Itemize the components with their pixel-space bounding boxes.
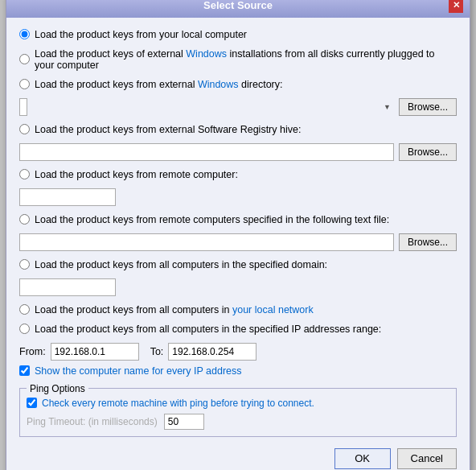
radio-text-file[interactable] bbox=[19, 214, 30, 225]
close-button[interactable]: ✕ bbox=[449, 0, 463, 13]
show-computer-name-label: Show the computer name for every IP addr… bbox=[35, 365, 242, 377]
radio-domain[interactable] bbox=[19, 259, 30, 270]
button-row: OK Cancel bbox=[19, 445, 457, 469]
ip-from-input[interactable] bbox=[51, 343, 139, 361]
radio-registry[interactable] bbox=[19, 124, 30, 134]
label-external-dir: Load the product keys from external Wind… bbox=[35, 79, 283, 90]
cancel-button[interactable]: Cancel bbox=[397, 448, 457, 469]
text-file-input-row: Browse... bbox=[19, 233, 457, 251]
option-ip-range: Load the product keys from all computers… bbox=[19, 324, 457, 335]
ping-timeout-row: Ping Timeout: (in milliseconds) bbox=[27, 414, 449, 430]
option-domain: Load the product keys from all computers… bbox=[19, 259, 457, 270]
radio-external-windows[interactable] bbox=[19, 54, 30, 64]
from-label: From: bbox=[19, 346, 46, 357]
label-ip-range: Load the product keys from all computers… bbox=[35, 324, 381, 335]
to-label: To: bbox=[150, 346, 164, 357]
radio-local-network[interactable] bbox=[19, 304, 30, 315]
label-domain: Load the product keys from all computers… bbox=[35, 259, 327, 270]
radio-ip-range[interactable] bbox=[19, 324, 30, 334]
ping-options-legend: Ping Options bbox=[27, 383, 88, 394]
ping-timeout-input[interactable] bbox=[164, 414, 204, 430]
label-external-windows: Load the product keys of external Window… bbox=[35, 48, 457, 71]
radio-local-computer[interactable] bbox=[19, 29, 30, 39]
label-local-computer: Load the product keys from your local co… bbox=[35, 29, 247, 40]
remote-computer-input-row bbox=[19, 188, 457, 206]
external-dir-dropdown-wrapper bbox=[19, 98, 394, 116]
dialog-content: Load the product keys from your local co… bbox=[6, 18, 470, 471]
dialog-title: Select Source bbox=[27, 0, 449, 11]
dialog: Select Source ✕ Load the product keys fr… bbox=[6, 0, 470, 470]
external-dir-row: Browse... bbox=[19, 98, 457, 116]
browse-registry-button[interactable]: Browse... bbox=[399, 143, 457, 161]
ping-timeout-label: Ping Timeout: (in milliseconds) bbox=[27, 416, 158, 427]
option-text-file: Load the product keys from remote comput… bbox=[19, 214, 457, 225]
label-remote-computer: Load the product keys from remote comput… bbox=[35, 169, 238, 180]
title-bar: Select Source ✕ bbox=[6, 0, 470, 18]
browse-dir-button[interactable]: Browse... bbox=[399, 98, 457, 116]
show-computer-name-row: Show the computer name for every IP addr… bbox=[19, 365, 457, 377]
ping-check-label: Check every remote machine with ping bef… bbox=[42, 398, 314, 409]
option-external-dir: Load the product keys from external Wind… bbox=[19, 79, 457, 90]
external-dir-dropdown[interactable] bbox=[19, 98, 27, 116]
registry-input-row: Browse... bbox=[19, 143, 457, 161]
option-local-computer: Load the product keys from your local co… bbox=[19, 29, 457, 40]
ip-range-row: From: To: bbox=[19, 343, 457, 361]
registry-input[interactable] bbox=[19, 143, 394, 161]
label-text-file: Load the product keys from remote comput… bbox=[35, 214, 389, 225]
browse-text-file-button[interactable]: Browse... bbox=[399, 233, 457, 251]
ping-checkbox[interactable] bbox=[27, 398, 37, 408]
option-local-network: Load the product keys from all computers… bbox=[19, 304, 457, 315]
label-local-network: Load the product keys from all computers… bbox=[35, 304, 314, 315]
ok-button[interactable]: OK bbox=[334, 448, 391, 469]
option-external-windows: Load the product keys of external Window… bbox=[19, 48, 457, 71]
option-registry: Load the product keys from external Soft… bbox=[19, 124, 457, 135]
ip-to-input[interactable] bbox=[168, 343, 256, 361]
ping-options-group: Ping Options Check every remote machine … bbox=[19, 383, 457, 437]
radio-remote-computer[interactable] bbox=[19, 169, 30, 179]
remote-computer-input[interactable] bbox=[19, 188, 116, 206]
label-registry: Load the product keys from external Soft… bbox=[35, 124, 301, 135]
show-computer-name-checkbox[interactable] bbox=[19, 365, 30, 376]
domain-input[interactable] bbox=[19, 278, 116, 296]
ping-check-row: Check every remote machine with ping bef… bbox=[27, 398, 449, 409]
option-remote-computer: Load the product keys from remote comput… bbox=[19, 169, 457, 180]
domain-input-row bbox=[19, 278, 457, 296]
text-file-input[interactable] bbox=[19, 233, 394, 251]
radio-external-dir[interactable] bbox=[19, 79, 30, 89]
